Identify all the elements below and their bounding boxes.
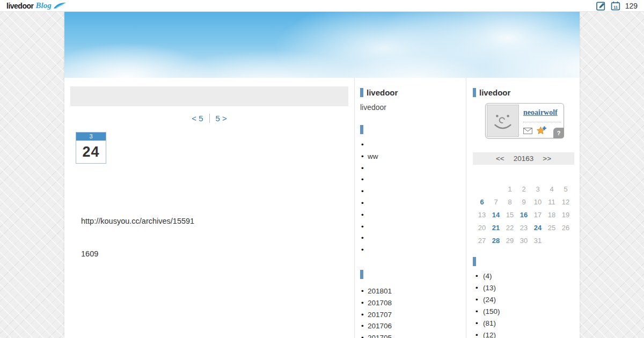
calendar-day: 2 <box>517 183 531 196</box>
calendar-day[interactable]: 16 <box>517 209 531 222</box>
calendar-day: 25 <box>545 222 559 234</box>
topbar-right-group: 11 129 <box>596 1 638 11</box>
livedoor-blog-logo[interactable]: livedoor Blog <box>6 1 67 10</box>
link-list-item[interactable] <box>361 174 466 186</box>
calendar-day: 11 <box>545 196 559 209</box>
calendar-day[interactable]: 24 <box>531 222 545 234</box>
logo-brand-text: livedoor <box>6 2 33 10</box>
link-list-item[interactable] <box>361 197 466 209</box>
calendar-day: 13 <box>475 209 489 222</box>
profile-divider <box>523 122 561 122</box>
calendar-day: 19 <box>559 209 573 222</box>
archive-list-item[interactable]: 201705 <box>361 332 466 338</box>
calendar-day: 1 <box>503 183 517 196</box>
link-list-item[interactable] <box>361 232 466 244</box>
calendar-day: 9 <box>517 196 531 209</box>
section-bar <box>360 88 363 97</box>
archive-list-item[interactable]: 201708 <box>361 297 466 309</box>
calendar-day: 4 <box>545 183 559 196</box>
link-list-item[interactable] <box>361 139 466 151</box>
calendar-nav: << 20163 >> <box>473 152 574 165</box>
entry-date-badge: 3 24 <box>76 132 106 164</box>
link-list-item[interactable]: ww <box>361 151 466 163</box>
link-list-item[interactable] <box>361 163 466 174</box>
calendar-empty-cell <box>545 234 559 247</box>
blog-header-image <box>64 12 580 78</box>
entry-header-placeholder <box>70 86 348 106</box>
archive-list: 201801201708201707201706201705 <box>361 285 466 338</box>
right-sidebar-header: livedoor <box>473 88 580 97</box>
archive-list-item[interactable]: 201706 <box>361 320 466 332</box>
calendar-day: 18 <box>545 209 559 222</box>
profile-box: neoairwolf <box>485 103 564 138</box>
link-list-item[interactable] <box>361 186 466 197</box>
topbar: livedoor Blog 11 129 <box>0 0 644 12</box>
right-sidebar: livedoor neoairwolf <box>466 78 580 338</box>
calendar-day: 3 <box>531 183 545 196</box>
calendar-day[interactable]: 21 <box>489 222 503 234</box>
calendar-prev-button[interactable]: << <box>496 155 504 163</box>
calendar-day: 5 <box>559 183 573 196</box>
right-sidebar-title: livedoor <box>479 88 510 97</box>
archive-list-item[interactable]: 201707 <box>361 309 466 321</box>
entry-url-link[interactable]: http://kousyou.cc/archives/15591 <box>81 217 354 225</box>
link-list-item[interactable] <box>361 244 466 256</box>
link-list-item[interactable] <box>361 221 466 233</box>
calendar-empty-cell <box>559 234 573 247</box>
mail-icon[interactable] <box>523 128 532 134</box>
middle-sidebar-description: livedoor <box>360 103 466 112</box>
section-bar <box>473 88 476 97</box>
calendar-day: 23 <box>517 222 531 234</box>
category-list-item[interactable]: (12) <box>475 329 580 338</box>
edit-post-icon[interactable] <box>596 1 606 11</box>
links-list: ww <box>361 139 466 256</box>
category-list-item[interactable]: (81) <box>475 318 580 329</box>
notification-count[interactable]: 129 <box>625 2 638 10</box>
calendar-empty-cell <box>489 183 503 196</box>
profile-username-link[interactable]: neoairwolf <box>523 108 558 117</box>
calendar-next-button[interactable]: >> <box>543 155 551 163</box>
section-bar <box>360 270 363 279</box>
category-list-item[interactable]: (13) <box>475 282 580 294</box>
calendar-day: 12 <box>559 196 573 209</box>
add-favorite-star-icon[interactable] <box>536 126 546 136</box>
calendar-month-label: 20163 <box>514 155 534 163</box>
calendar-day: 7 <box>489 196 503 209</box>
archive-section-header <box>360 270 466 279</box>
avatar <box>487 105 519 137</box>
calendar-day: 27 <box>475 234 489 247</box>
category-list-item[interactable]: (150) <box>475 306 580 318</box>
calendar-day[interactable]: 6 <box>475 196 489 209</box>
calendar-empty-cell <box>475 183 489 196</box>
middle-sidebar: livedoor livedoor ww 2018012017082017072… <box>354 78 466 338</box>
category-list-item[interactable]: (24) <box>475 294 580 306</box>
category-list-item[interactable]: (4) <box>475 270 580 282</box>
calendar-day: 31 <box>531 234 545 247</box>
pagination: < 55 > <box>64 114 354 123</box>
svg-text:11: 11 <box>613 4 618 9</box>
calendar-day[interactable]: 14 <box>489 209 503 222</box>
calendar-day[interactable]: 28 <box>489 234 503 247</box>
pagination-next-link[interactable]: 5 > <box>210 114 233 123</box>
entry-meta-text: 1609 <box>81 249 354 258</box>
links-section-header <box>360 125 466 134</box>
feather-icon <box>53 2 67 9</box>
profile-help-button[interactable]: ? <box>553 128 564 138</box>
middle-sidebar-header: livedoor <box>360 88 466 97</box>
pagination-prev-link[interactable]: < 5 <box>186 114 209 123</box>
entry-date-day: 24 <box>76 141 106 163</box>
calendar-day: 29 <box>503 234 517 247</box>
entry-date-month: 3 <box>76 133 106 141</box>
calendar-day: 8 <box>503 196 517 209</box>
link-list-item[interactable] <box>361 209 466 221</box>
blog-page: < 55 > 3 24 http://kousyou.cc/archives/1… <box>64 12 580 338</box>
category-list: (4)(13)(24)(150)(81)(12) <box>475 270 580 338</box>
calendar-icon[interactable]: 11 <box>611 1 620 11</box>
calendar-grid: 1234567891011121314151617181920212223242… <box>475 183 573 247</box>
main-column: < 55 > 3 24 http://kousyou.cc/archives/1… <box>64 78 354 338</box>
content-columns: < 55 > 3 24 http://kousyou.cc/archives/1… <box>64 78 580 338</box>
middle-sidebar-title: livedoor <box>367 88 398 97</box>
logo-product-text: Blog <box>35 1 51 10</box>
calendar-day: 30 <box>517 234 531 247</box>
archive-list-item[interactable]: 201801 <box>361 285 466 297</box>
